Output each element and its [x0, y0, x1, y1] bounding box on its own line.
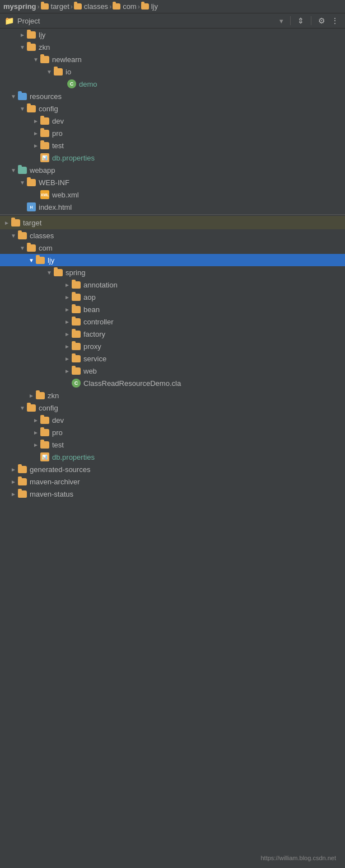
tree-item-com[interactable]: com	[0, 242, 345, 254]
tree-item-controller[interactable]: controller	[0, 315, 345, 328]
section-divider	[0, 214, 345, 215]
label-webapp: webapp	[30, 166, 55, 174]
folder-icon-factory	[72, 331, 81, 338]
html-icon-index: H	[27, 202, 36, 211]
folder-icon-bean	[72, 306, 81, 313]
target-root-row[interactable]: target	[0, 216, 345, 229]
tree-item-spring[interactable]: spring	[0, 266, 345, 279]
tree-item-pro-src[interactable]: pro	[0, 127, 345, 139]
tree-item-proxy[interactable]: proxy	[0, 340, 345, 352]
arrow-pro-src	[31, 129, 40, 138]
tree-item-io[interactable]: io	[0, 65, 345, 78]
arrow-factory	[63, 329, 72, 338]
tree-item-webinf[interactable]: WEB-INF	[0, 176, 345, 188]
tree-item-service[interactable]: service	[0, 352, 345, 365]
label-db-classes: db.properties	[52, 453, 95, 461]
tree-item-zkn[interactable]: zkn	[0, 41, 345, 53]
tree-item-test-classes[interactable]: test	[0, 438, 345, 451]
label-target-root: target	[23, 219, 41, 227]
tree-item-webxml[interactable]: XML web.xml	[0, 188, 345, 201]
tree-item-indexhtml[interactable]: H index.html	[0, 201, 345, 213]
toolbar-more-btn[interactable]: ⋮	[329, 15, 341, 26]
folder-icon-aop	[72, 294, 81, 301]
tree-item-dev-src[interactable]: dev	[0, 115, 345, 127]
arrow-aop	[63, 293, 72, 301]
label-pro-src: pro	[52, 129, 63, 138]
arrow-config-src	[18, 104, 27, 113]
label-newlearn: newlearn	[52, 55, 82, 64]
tree-item-dev-classes[interactable]: dev	[0, 414, 345, 426]
toolbar-dropdown[interactable]: ▾	[277, 16, 286, 25]
label-proxy: proxy	[83, 342, 101, 351]
breadcrumb-folder-icon-4	[141, 3, 149, 10]
folder-icon-config-classes	[27, 404, 36, 412]
tree-item-resources[interactable]: resources	[0, 90, 345, 102]
toolbar-title: Project	[17, 17, 274, 25]
folder-icon-pro-classes	[40, 429, 49, 436]
tree-item-newlearn[interactable]: newlearn	[0, 53, 345, 65]
folder-icon-com	[27, 244, 36, 252]
tree-item-ljy-src[interactable]: ljy	[0, 29, 345, 41]
breadcrumb-folder-icon-2	[74, 3, 82, 10]
tree-item-pro-classes[interactable]: pro	[0, 426, 345, 438]
label-config-classes: config	[39, 404, 58, 412]
folder-icon-dev-classes	[40, 417, 49, 424]
folder-icon-config-src	[27, 105, 36, 112]
label-dev-src: dev	[52, 117, 64, 125]
tree-item-zkn-classes[interactable]: zkn	[0, 389, 345, 402]
breadcrumb-item-4[interactable]: ljy	[151, 2, 158, 11]
properties-icon-src: 📊	[40, 153, 49, 162]
tree-item-aop[interactable]: aop	[0, 291, 345, 303]
label-ljy-target: ljy	[48, 256, 54, 265]
breadcrumb-item-3[interactable]: com	[123, 2, 137, 11]
project-tree: ljy zkn newlearn io C demo	[0, 29, 345, 500]
breadcrumb-folder-icon-1	[41, 3, 49, 10]
toolbar-equalize-btn[interactable]: ⇕	[295, 15, 306, 26]
label-maven-status: maven-status	[30, 490, 73, 498]
tree-item-bean[interactable]: bean	[0, 303, 345, 315]
breadcrumb-root: myspring	[3, 2, 36, 11]
tree-item-config-src[interactable]: config	[0, 102, 345, 115]
tree-item-config-classes[interactable]: config	[0, 402, 345, 414]
tree-item-ljy-target[interactable]: ljy	[0, 254, 345, 266]
tree-item-demo[interactable]: C demo	[0, 78, 345, 90]
folder-icon-maven-archiver	[18, 478, 27, 485]
tree-item-web[interactable]: web	[0, 365, 345, 377]
folder-icon-annotation	[72, 281, 81, 289]
breadcrumb: myspring › target › classes › com › ljy	[0, 0, 345, 13]
label-config-src: config	[39, 105, 58, 113]
toolbar-settings-btn[interactable]: ⚙	[316, 15, 327, 26]
tree-item-maven-status[interactable]: maven-status	[0, 488, 345, 500]
label-classes: classes	[30, 232, 54, 240]
tree-item-test-src[interactable]: test	[0, 139, 345, 152]
tree-item-annotation[interactable]: annotation	[0, 279, 345, 291]
label-resources: resources	[30, 92, 62, 101]
folder-icon-classes	[18, 232, 27, 239]
breadcrumb-sep-2: ›	[71, 3, 73, 11]
arrow-proxy	[63, 342, 72, 351]
arrow-maven-status	[9, 489, 18, 498]
folder-icon-ljy-target	[36, 257, 45, 264]
label-generated-sources: generated-sources	[30, 465, 90, 474]
tree-item-classes[interactable]: classes	[0, 229, 345, 242]
arrow-dev-src	[31, 116, 40, 125]
label-demo: demo	[79, 80, 97, 88]
tree-item-factory[interactable]: factory	[0, 328, 345, 340]
folder-icon-spring	[54, 269, 63, 276]
arrow-webapp	[9, 166, 18, 174]
tree-item-classfile[interactable]: C ClassReadResourceDemo.cla	[0, 377, 345, 389]
tree-item-generated-sources[interactable]: generated-sources	[0, 463, 345, 475]
label-test-src: test	[52, 141, 64, 150]
arrow-classes	[9, 231, 18, 240]
arrow-test-classes	[31, 440, 40, 449]
label-controller: controller	[83, 318, 113, 326]
arrow-dev-classes	[31, 416, 40, 424]
tree-item-db-classes[interactable]: 📊 db.properties	[0, 451, 345, 463]
tree-item-webapp[interactable]: webapp	[0, 164, 345, 176]
breadcrumb-item-2[interactable]: classes	[84, 2, 108, 11]
tree-item-maven-archiver[interactable]: maven-archiver	[0, 475, 345, 488]
tree-item-db-properties-src[interactable]: 📊 db.properties	[0, 152, 345, 164]
arrow-maven-archiver	[9, 477, 18, 486]
folder-icon-test-src	[40, 142, 49, 149]
breadcrumb-item-1[interactable]: target	[51, 2, 69, 11]
